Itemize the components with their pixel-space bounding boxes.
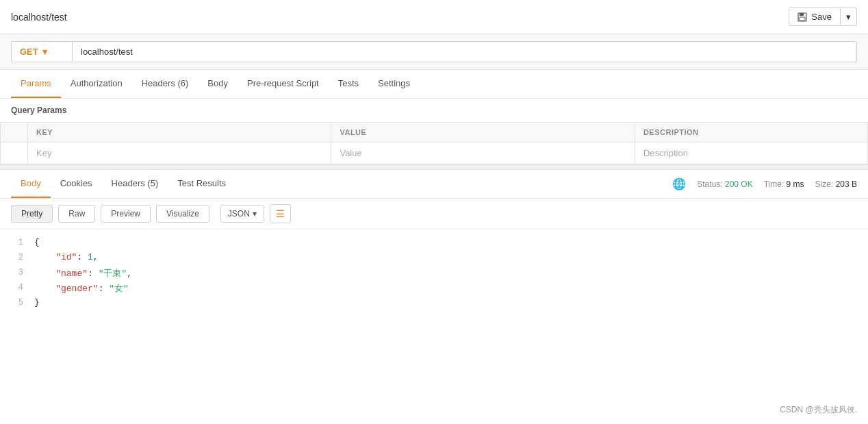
line-number-5: 5	[0, 297, 34, 308]
url-bar: GET ▾	[0, 34, 868, 70]
line-content-4: "gender": "女"	[34, 282, 868, 295]
header-bar: localhost/test Save ▾	[0, 0, 868, 34]
line-content-5: }	[34, 297, 868, 308]
response-tabs: Body Cookies Headers (5) Test Results	[11, 170, 235, 198]
code-line-2: 2 "id": 1,	[0, 251, 868, 266]
response-tab-cookies[interactable]: Cookies	[51, 170, 102, 198]
tab-params[interactable]: Params	[11, 70, 61, 98]
table-header-key: KEY	[28, 123, 331, 142]
line-number-4: 4	[0, 282, 34, 292]
tab-headers[interactable]: Headers (6)	[132, 70, 199, 98]
format-preview-button[interactable]: Preview	[101, 205, 151, 223]
code-line-3: 3 "name": "干束",	[0, 266, 868, 282]
method-chevron-icon: ▾	[42, 47, 47, 57]
line-content-3: "name": "干束",	[34, 267, 868, 279]
format-visualize-button[interactable]: Visualize	[156, 205, 209, 223]
tab-settings[interactable]: Settings	[368, 70, 420, 98]
format-raw-button[interactable]: Raw	[58, 205, 95, 223]
method-select[interactable]: GET ▾	[11, 41, 73, 62]
code-line-5: 5 }	[0, 297, 868, 312]
wrap-icon: ☰	[276, 208, 285, 219]
response-meta: 🌐 Status: 200 OK Time: 9 ms Size: 203 B	[672, 177, 857, 190]
request-tabs: Params Authorization Headers (6) Body Pr…	[0, 70, 868, 99]
method-label: GET	[20, 47, 38, 57]
format-type-select[interactable]: JSON ▾	[220, 205, 264, 223]
table-header-checkbox	[1, 123, 28, 142]
tab-authorization[interactable]: Authorization	[61, 70, 132, 98]
code-line-1: 1 {	[0, 236, 868, 251]
params-table: KEY VALUE DESCRIPTION Key Value Descript…	[0, 122, 868, 164]
wrap-button[interactable]: ☰	[270, 204, 291, 223]
response-tab-body[interactable]: Body	[11, 170, 51, 198]
response-section: Body Cookies Headers (5) Test Results 🌐 …	[0, 170, 868, 319]
time-label: Time: 9 ms	[764, 179, 804, 189]
save-icon	[797, 12, 807, 22]
page-title: localhost/test	[11, 12, 67, 23]
chevron-down-icon: ▾	[846, 12, 851, 22]
svg-rect-1	[800, 13, 804, 16]
format-pretty-button[interactable]: Pretty	[11, 205, 53, 223]
table-header-description: DESCRIPTION	[635, 123, 867, 142]
table-header-value: VALUE	[331, 123, 635, 142]
code-line-4: 4 "gender": "女"	[0, 282, 868, 297]
status-label: Status: 200 OK	[697, 179, 752, 189]
format-chevron-icon: ▾	[253, 209, 257, 219]
save-dropdown-button[interactable]: ▾	[841, 8, 857, 26]
size-label: Size: 203 B	[815, 179, 857, 189]
line-number-2: 2	[0, 252, 34, 262]
line-number-1: 1	[0, 237, 34, 247]
save-label: Save	[811, 12, 832, 22]
response-tabs-bar: Body Cookies Headers (5) Test Results 🌐 …	[0, 170, 868, 199]
row-value-cell[interactable]: Value	[331, 142, 635, 164]
save-button[interactable]: Save	[789, 8, 841, 26]
tab-tests[interactable]: Tests	[329, 70, 368, 98]
table-row: Key Value Description	[1, 142, 868, 164]
query-params-label: Query Params	[0, 99, 868, 122]
section-divider	[0, 164, 868, 170]
format-bar: Pretty Raw Preview Visualize JSON ▾ ☰	[0, 199, 868, 229]
tab-prerequest[interactable]: Pre-request Script	[238, 70, 329, 98]
line-number-3: 3	[0, 267, 34, 277]
format-type-label: JSON	[228, 209, 250, 219]
row-checkbox	[1, 142, 28, 164]
svg-rect-2	[800, 17, 805, 21]
response-tab-headers[interactable]: Headers (5)	[102, 170, 168, 198]
row-key-cell[interactable]: Key	[28, 142, 331, 164]
code-area: 1 { 2 "id": 1, 3 "name": "干束", 4 "gender…	[0, 229, 868, 319]
globe-icon: 🌐	[672, 177, 686, 190]
row-description-cell[interactable]: Description	[635, 142, 867, 164]
save-area: Save ▾	[789, 8, 857, 26]
line-content-2: "id": 1,	[34, 252, 868, 262]
line-content-1: {	[34, 237, 868, 247]
url-input[interactable]	[73, 41, 857, 62]
response-tab-test-results[interactable]: Test Results	[168, 170, 235, 198]
tab-body[interactable]: Body	[198, 70, 238, 98]
